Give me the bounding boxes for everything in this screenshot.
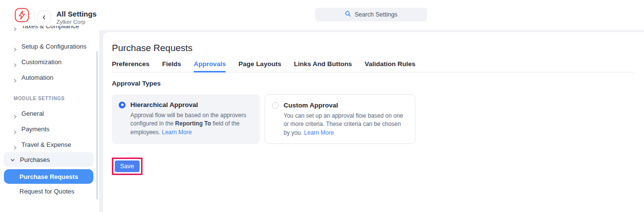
learn-more-link[interactable]: Learn More xyxy=(304,129,334,136)
back-button[interactable] xyxy=(37,11,51,24)
approval-options: Hierarchical Approval Approval flow will… xyxy=(112,94,634,144)
radio-unselected-icon[interactable] xyxy=(272,102,279,109)
option-description: You can set up an approval flow based on… xyxy=(284,112,408,137)
description-emphasis: Reporting To xyxy=(175,120,211,127)
tab-links-and-buttons[interactable]: Links And Buttons xyxy=(294,60,352,68)
tab-bar: Preferences Fields Approvals Page Layout… xyxy=(112,60,634,72)
option-hierarchical-approval[interactable]: Hierarchical Approval Approval flow will… xyxy=(112,94,260,144)
sidebar-item-label: Taxes & Compliance xyxy=(21,26,79,30)
sidebar-item-customization[interactable]: Customization xyxy=(0,58,99,67)
tab-page-layouts[interactable]: Page Layouts xyxy=(238,60,281,68)
page-header-title: All Settings xyxy=(56,10,97,18)
sidebar-item-travel-expense[interactable]: Travel & Expense xyxy=(0,141,99,149)
option-head[interactable]: Custom Approval xyxy=(272,102,408,109)
sidebar-item-label: General xyxy=(21,110,44,117)
chevron-down-icon xyxy=(11,155,15,164)
chevron-right-icon xyxy=(13,26,17,33)
sidebar-item-label: Customization xyxy=(21,58,61,66)
radio-selected-icon[interactable] xyxy=(119,102,125,108)
sidebar-item-purchases[interactable]: Purchases xyxy=(4,152,93,167)
option-title: Hierarchical Approval xyxy=(130,101,198,108)
option-head[interactable]: Hierarchical Approval xyxy=(119,101,253,108)
tab-validation-rules[interactable]: Validation Rules xyxy=(365,60,415,68)
save-button[interactable]: Save xyxy=(115,160,140,172)
sidebar-item-label: Automation xyxy=(21,74,54,81)
sidebar-item-purchase-requests[interactable]: Purchase Requests xyxy=(4,169,93,184)
sidebar-item-label: Travel & Expense xyxy=(21,141,71,148)
search-icon xyxy=(345,11,351,18)
sidebar-item-taxes-compliance[interactable]: Taxes & Compliance xyxy=(0,26,99,31)
highlight-box: Save xyxy=(112,158,143,175)
tab-approvals[interactable]: Approvals xyxy=(194,60,226,68)
learn-more-link[interactable]: Learn More xyxy=(162,129,192,136)
chevron-right-icon xyxy=(13,76,17,85)
sidebar-scrollbar[interactable] xyxy=(96,51,98,199)
sidebar-item-setup-configurations[interactable]: Setup & Configurations xyxy=(0,42,99,51)
sidebar-item-label: Purchase Requests xyxy=(19,173,78,180)
chevron-right-icon xyxy=(13,127,17,136)
sidebar-item-payments[interactable]: Payments xyxy=(0,125,99,134)
main-content-card: Purchase Requests Preferences Fields App… xyxy=(103,32,644,212)
description-text: You can set up an approval flow based on… xyxy=(284,112,403,136)
tab-preferences[interactable]: Preferences xyxy=(112,60,149,68)
page-title: Purchase Requests xyxy=(112,43,634,53)
header-titles: All Settings Zylker Corp xyxy=(56,10,97,25)
sidebar-item-request-for-quotes[interactable]: Request for Quotes xyxy=(19,188,74,195)
chevron-right-icon xyxy=(13,45,17,53)
settings-sidebar: Taxes & Compliance Setup & Configuration… xyxy=(0,26,99,212)
chevron-right-icon xyxy=(13,143,17,152)
header-divider xyxy=(35,10,35,22)
tab-fields[interactable]: Fields xyxy=(162,60,181,68)
option-title: Custom Approval xyxy=(284,102,338,109)
approval-types-heading: Approval Types xyxy=(112,80,634,87)
option-custom-approval[interactable]: Custom Approval You can set up an approv… xyxy=(265,94,415,144)
sidebar-item-general[interactable]: General xyxy=(0,109,99,118)
chevron-left-icon xyxy=(42,13,47,22)
sidebar-section-module-settings: MODULE SETTINGS xyxy=(14,96,65,101)
app-logo-icon xyxy=(15,8,29,22)
sidebar-item-label: Purchases xyxy=(20,156,50,163)
sidebar-item-label: Payments xyxy=(21,125,50,133)
search-settings-input[interactable]: Search Settings xyxy=(315,8,427,21)
search-placeholder-text: Search Settings xyxy=(355,11,397,18)
sidebar-item-automation[interactable]: Automation xyxy=(0,73,99,82)
option-description: Approval flow will be based on the appro… xyxy=(130,111,253,137)
chevron-right-icon xyxy=(13,60,17,69)
chevron-right-icon xyxy=(13,112,17,121)
sidebar-item-label: Setup & Configurations xyxy=(21,43,87,50)
organization-name: Zylker Corp xyxy=(56,19,97,25)
